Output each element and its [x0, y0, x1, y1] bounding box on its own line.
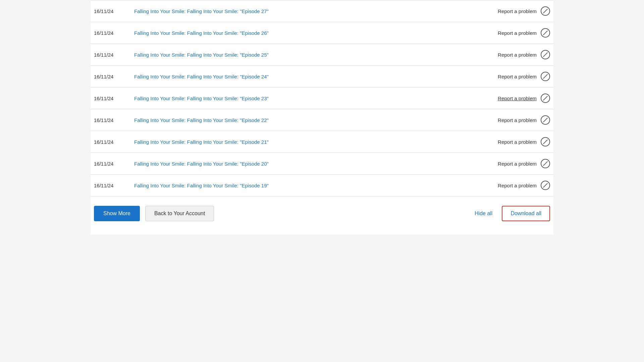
report-problem-link[interactable]: Report a problem [498, 117, 537, 123]
show-more-button[interactable]: Show More [94, 206, 140, 221]
report-problem-link[interactable]: Report a problem [498, 139, 537, 145]
page-container: 16/11/24Falling Into Your Smile: Falling… [91, 0, 553, 235]
report-problem-link[interactable]: Report a problem [498, 8, 537, 14]
date-cell: 16/11/24 [94, 139, 134, 145]
episode-link[interactable]: Falling Into Your Smile: Falling Into Yo… [134, 74, 498, 79]
table-row: 16/11/24Falling Into Your Smile: Falling… [91, 87, 553, 109]
block-icon[interactable] [541, 115, 550, 125]
episode-link[interactable]: Falling Into Your Smile: Falling Into Yo… [134, 161, 498, 167]
table-row: 16/11/24Falling Into Your Smile: Falling… [91, 109, 553, 131]
action-cell: Report a problem [498, 50, 550, 59]
block-icon[interactable] [541, 94, 550, 103]
episode-link[interactable]: Falling Into Your Smile: Falling Into Yo… [134, 183, 498, 188]
action-cell: Report a problem [498, 115, 550, 125]
table-row: 16/11/24Falling Into Your Smile: Falling… [91, 0, 553, 22]
block-icon[interactable] [541, 6, 550, 16]
report-problem-link[interactable]: Report a problem [498, 74, 537, 79]
report-problem-link[interactable]: Report a problem [498, 183, 537, 188]
report-problem-link[interactable]: Report a problem [498, 96, 537, 101]
block-icon[interactable] [541, 181, 550, 190]
report-problem-link[interactable]: Report a problem [498, 161, 537, 167]
action-cell: Report a problem [498, 137, 550, 146]
episode-link[interactable]: Falling Into Your Smile: Falling Into Yo… [134, 117, 498, 123]
table-row: 16/11/24Falling Into Your Smile: Falling… [91, 131, 553, 153]
date-cell: 16/11/24 [94, 117, 134, 123]
date-cell: 16/11/24 [94, 74, 134, 79]
episode-link[interactable]: Falling Into Your Smile: Falling Into Yo… [134, 96, 498, 101]
episode-link[interactable]: Falling Into Your Smile: Falling Into Yo… [134, 52, 498, 58]
table-row: 16/11/24Falling Into Your Smile: Falling… [91, 65, 553, 87]
table-row: 16/11/24Falling Into Your Smile: Falling… [91, 174, 553, 196]
table-row: 16/11/24Falling Into Your Smile: Falling… [91, 22, 553, 44]
download-all-button[interactable]: Download all [502, 206, 550, 221]
date-cell: 16/11/24 [94, 183, 134, 188]
action-cell: Report a problem [498, 181, 550, 190]
block-icon[interactable] [541, 159, 550, 168]
date-cell: 16/11/24 [94, 52, 134, 58]
block-icon[interactable] [541, 28, 550, 38]
hide-all-button[interactable]: Hide all [472, 209, 495, 218]
table-row: 16/11/24Falling Into Your Smile: Falling… [91, 153, 553, 174]
episode-link[interactable]: Falling Into Your Smile: Falling Into Yo… [134, 139, 498, 145]
action-cell: Report a problem [498, 28, 550, 38]
history-list: 16/11/24Falling Into Your Smile: Falling… [91, 0, 553, 196]
action-cell: Report a problem [498, 159, 550, 168]
episode-link[interactable]: Falling Into Your Smile: Falling Into Yo… [134, 30, 498, 36]
block-icon[interactable] [541, 137, 550, 146]
date-cell: 16/11/24 [94, 161, 134, 167]
date-cell: 16/11/24 [94, 8, 134, 14]
action-cell: Report a problem [498, 72, 550, 81]
report-problem-link[interactable]: Report a problem [498, 30, 537, 36]
action-cell: Report a problem [498, 6, 550, 16]
date-cell: 16/11/24 [94, 30, 134, 36]
date-cell: 16/11/24 [94, 96, 134, 101]
footer-right: Hide all Download all [472, 206, 550, 221]
report-problem-link[interactable]: Report a problem [498, 52, 537, 58]
block-icon[interactable] [541, 50, 550, 59]
action-cell: Report a problem [498, 94, 550, 103]
table-row: 16/11/24Falling Into Your Smile: Falling… [91, 44, 553, 65]
block-icon[interactable] [541, 72, 550, 81]
back-to-account-button[interactable]: Back to Your Account [145, 206, 214, 221]
footer-actions: Show More Back to Your Account Hide all … [91, 196, 553, 235]
episode-link[interactable]: Falling Into Your Smile: Falling Into Yo… [134, 8, 498, 14]
footer-left: Show More Back to Your Account [94, 206, 214, 221]
